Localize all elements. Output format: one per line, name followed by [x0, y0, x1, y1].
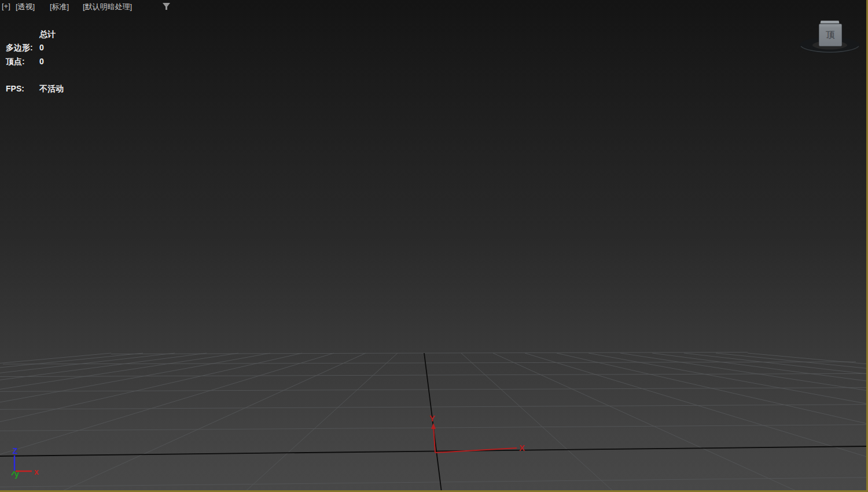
- viewcube-top-face[interactable]: 顶: [819, 24, 842, 46]
- viewport-label-bar: [+] [透视] [标准] [默认明暗处理]: [0, 0, 868, 13]
- stats-verts-value: 0: [39, 57, 44, 66]
- move-gizmo-y-axis[interactable]: Y: [429, 413, 436, 453]
- svg-text:y: y: [14, 469, 19, 479]
- viewport-general-menu[interactable]: [+]: [2, 2, 10, 10]
- svg-text:Y: Y: [429, 413, 435, 423]
- world-axis-tripod: Zxy: [12, 446, 39, 479]
- viewcube-face-label: 顶: [826, 30, 835, 41]
- viewcube[interactable]: 顶: [797, 17, 862, 56]
- viewport-shading-menu[interactable]: [默认明暗处理]: [83, 2, 132, 12]
- stats-verts-label: 顶点:: [6, 57, 25, 67]
- svg-text:x: x: [34, 467, 39, 476]
- stats-polys-value: 0: [39, 43, 44, 52]
- viewcube-top-edge[interactable]: [820, 21, 839, 24]
- per-view-filter-icon[interactable]: [162, 2, 171, 11]
- viewport-canvas[interactable]: XY Zxy: [0, 0, 868, 492]
- stats-total-header: 总计: [39, 30, 56, 40]
- stats-fps-label: FPS:: [6, 84, 24, 93]
- viewport-pov-menu[interactable]: [透视]: [16, 2, 35, 12]
- stats-fps-value: 不活动: [39, 84, 64, 94]
- stats-polys-label: 多边形:: [6, 43, 33, 53]
- viewport-standard-menu[interactable]: [标准]: [50, 2, 69, 12]
- biped-skeleton[interactable]: [281, 45, 589, 469]
- svg-text:Z: Z: [13, 446, 18, 456]
- svg-text:X: X: [519, 443, 525, 453]
- move-gizmo[interactable]: XY: [429, 413, 525, 453]
